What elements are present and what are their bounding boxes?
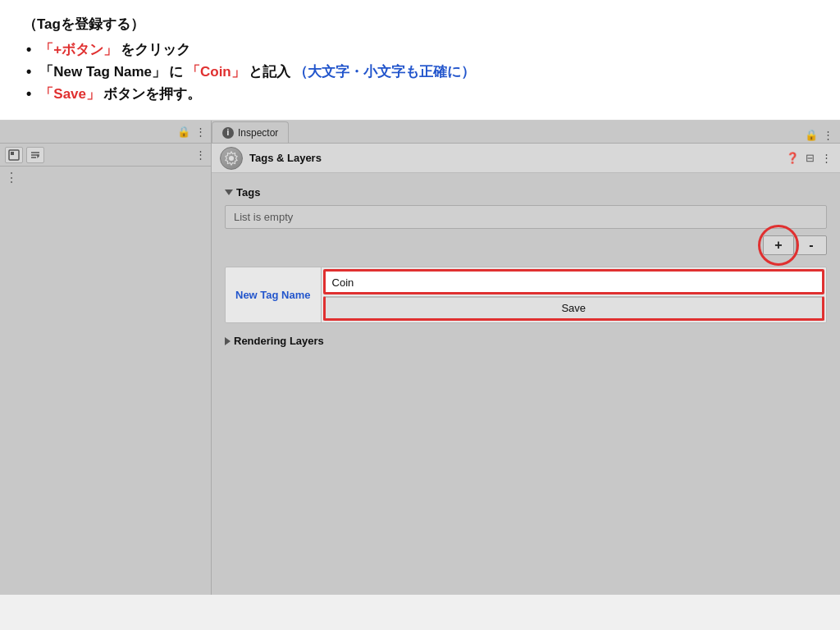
lock-icon-right[interactable]: 🔒 [805, 129, 818, 141]
step2-text1: 「New Tag Name」 [39, 62, 166, 81]
step3-highlight: 「Save」 [39, 84, 100, 103]
lock-icon-left[interactable]: 🔒 [177, 126, 190, 138]
left-toolbar: 🔒 ⋮ [0, 121, 211, 144]
step3-text: ボタンを押す。 [103, 84, 201, 103]
inspector-tab[interactable]: i Inspector [212, 121, 289, 143]
dots-icon-right[interactable]: ⋮ [823, 129, 833, 141]
gear-icon [220, 147, 243, 170]
add-tag-button[interactable]: + [763, 235, 794, 255]
svg-point-6 [229, 156, 234, 161]
left-panel: 🔒 ⋮ ⋮ ⋮ [0, 121, 212, 595]
list-empty-text: List is empty [234, 211, 293, 223]
tags-section: Tags List is empty + - [225, 186, 827, 255]
triangle-down-icon [225, 189, 233, 195]
left-sub-toolbar: ⋮ [0, 144, 211, 167]
instruction-step-1: 「+ボタン」 をクリック [26, 40, 817, 59]
inspector-tab-bar: i Inspector 🔒 ⋮ [212, 121, 840, 144]
dots-icon-sub[interactable]: ⋮ [195, 148, 206, 161]
more-icon[interactable]: ⋮ [821, 152, 832, 164]
plus-btn-wrapper: + [763, 235, 794, 255]
rendering-layers-section: Rendering Layers [225, 335, 827, 347]
question-icon[interactable]: ❓ [786, 152, 799, 164]
instruction-title: （Tagを登録する） [23, 15, 817, 34]
new-tag-name-label: New Tag Name [226, 267, 321, 322]
header-right-icons: ❓ ⊟ ⋮ [786, 152, 832, 164]
triangle-right-icon [225, 337, 231, 345]
new-tag-row: New Tag Name Save [225, 267, 827, 323]
plus-minus-row: + - [225, 235, 827, 255]
unity-area: 🔒 ⋮ ⋮ ⋮ [0, 121, 840, 595]
new-tag-input-area: Save [321, 267, 826, 322]
step2-highlight2: （大文字・小文字も正確に） [294, 62, 475, 81]
tags-layers-header: Tags & Layers ❓ ⊟ ⋮ [212, 144, 840, 173]
instructions-area: （Tagを登録する） 「+ボタン」 をクリック 「New Tag Name」 に… [0, 0, 840, 121]
step2-text2: に [169, 62, 183, 81]
svg-rect-1 [11, 152, 14, 155]
new-tag-name-input[interactable] [329, 275, 819, 290]
dots-icon-left[interactable]: ⋮ [195, 126, 206, 138]
tags-section-title: Tags [236, 186, 260, 199]
step1-highlight: 「+ボタン」 [39, 40, 117, 59]
save-btn-wrapper: Save [323, 296, 824, 321]
inspector-panel: i Inspector 🔒 ⋮ Tags & Layers ❓ ⊟ ⋮ [212, 121, 840, 595]
tags-layers-title: Tags & Layers [249, 152, 779, 164]
instruction-step-2: 「New Tag Name」 に 「Coin」 と記入 （大文字・小文字も正確に… [26, 62, 817, 81]
rendering-layers-title: Rendering Layers [234, 335, 324, 347]
step2-text3: と記入 [249, 62, 290, 81]
sort-icon-btn[interactable] [26, 147, 44, 163]
inspector-tab-label: Inspector [238, 127, 278, 139]
save-button[interactable]: Save [326, 297, 822, 318]
new-tag-input-wrapper [323, 269, 824, 294]
rendering-layers-header: Rendering Layers [225, 335, 827, 347]
inspector-content: Tags List is empty + - New Tag Name [212, 173, 840, 595]
info-icon: i [222, 127, 234, 139]
step2-highlight1: 「Coin」 [186, 62, 245, 81]
instruction-step-3: 「Save」 ボタンを押す。 [26, 84, 817, 103]
list-empty-box: List is empty [225, 205, 827, 229]
remove-tag-button[interactable]: - [796, 235, 827, 255]
tags-section-header: Tags [225, 186, 827, 199]
scene-icon-btn[interactable] [5, 147, 23, 163]
instruction-list: 「+ボタン」 をクリック 「New Tag Name」 に 「Coin」 と記入… [23, 40, 817, 103]
step1-text: をクリック [121, 40, 190, 59]
tab-right-icons: 🔒 ⋮ [805, 129, 840, 143]
left-panel-dots: ⋮ [0, 167, 211, 189]
settings-icon[interactable]: ⊟ [806, 152, 815, 164]
